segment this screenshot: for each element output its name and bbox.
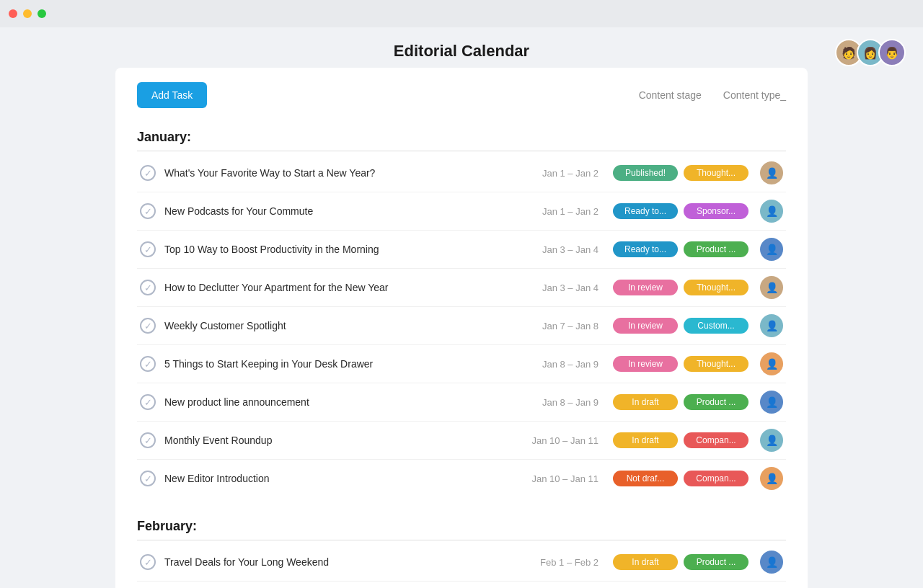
task-date: Jan 1 – Jan 2 [519,168,599,179]
task-name: How to Declutter Your Apartment for the … [164,282,519,293]
task-name: New Podcasts for Your Commute [164,205,519,217]
add-task-button[interactable]: Add Task [137,82,207,108]
task-name: 5 Things to Start Keeping in Your Desk D… [164,358,519,370]
section-header: January: [137,122,786,151]
section: February:✓Travel Deals for Your Long Wee… [137,512,786,588]
avatar[interactable]: 👤 [760,467,783,490]
table-row[interactable]: ✓Weekly Customer SpotlightJan 7 – Jan 8I… [137,307,786,345]
type-badge[interactable]: Product ... [684,394,748,410]
stage-badge[interactable]: In draft [613,432,678,448]
section: January:✓What's Your Favorite Way to Sta… [137,122,786,512]
stage-badge[interactable]: Not draf... [613,471,678,486]
minimize-button[interactable] [23,9,32,18]
avatar[interactable]: 👤 [760,161,783,184]
table-row[interactable]: ✓Monthly Event RoundupJan 10 – Jan 11In … [137,422,786,460]
avatar[interactable]: 👤 [760,429,783,452]
stage-badge[interactable]: Ready to... [613,241,678,257]
stage-badge[interactable]: In review [613,318,678,334]
avatar[interactable]: 👤 [760,238,783,261]
type-badge[interactable]: Sponsor... [684,203,748,219]
check-icon[interactable]: ✓ [140,356,156,372]
table-row[interactable]: ✓Top 10 Way to Boost Productivity in the… [137,231,786,269]
check-icon[interactable]: ✓ [140,554,156,570]
check-icon[interactable]: ✓ [140,318,156,334]
check-icon[interactable]: ✓ [140,241,156,257]
task-date: Jan 7 – Jan 8 [519,321,599,331]
type-badge[interactable]: Custom... [684,318,748,334]
type-badge[interactable]: Thought... [684,280,748,295]
stage-badge[interactable]: In draft [613,394,678,410]
check-icon[interactable]: ✓ [140,471,156,486]
check-icon[interactable]: ✓ [140,280,156,295]
table-row[interactable]: ✓Travel Deals for Your Long WeekendFeb 1… [137,543,786,582]
table-row[interactable]: ✓What's Your Favorite Way to Start a New… [137,154,786,192]
sections-container: January:✓What's Your Favorite Way to Sta… [137,122,786,588]
content-stage-filter[interactable]: Content stage [639,89,702,101]
check-icon[interactable]: ✓ [140,394,156,410]
task-name: Travel Deals for Your Long Weekend [164,556,519,568]
task-date: Jan 8 – Jan 9 [519,397,599,408]
header: Editorial Calendar 🧑 👩 👨 [0,27,923,68]
avatar[interactable]: 👨 [878,39,906,66]
task-date: Jan 10 – Jan 11 [519,473,599,484]
toolbar-filters: Content stage Content type_ [639,89,786,101]
toolbar: Add Task Content stage Content type_ [137,82,786,108]
avatar[interactable]: 👤 [760,314,783,337]
table-row[interactable]: ✓How to Declutter Your Apartment for the… [137,269,786,307]
table-row[interactable]: ✓New product line announcementJan 8 – Ja… [137,383,786,422]
type-badge[interactable]: Product ... [684,554,748,570]
task-name: New product line announcement [164,396,519,408]
avatar[interactable]: 👤 [760,276,783,299]
check-icon[interactable]: ✓ [140,432,156,448]
task-name: Monthly Event Roundup [164,435,519,446]
check-icon[interactable]: ✓ [140,165,156,181]
content-type-filter[interactable]: Content type_ [723,89,786,101]
main-content: Add Task Content stage Content type_ Jan… [115,68,808,588]
stage-badge[interactable]: Ready to... [613,203,678,219]
stage-badge[interactable]: In review [613,356,678,372]
check-icon[interactable]: ✓ [140,203,156,219]
section-header: February: [137,512,786,540]
type-badge[interactable]: Compan... [684,432,748,448]
avatar[interactable]: 👤 [760,200,783,223]
table-row[interactable]: ✓Weekly Customer SpotlightFeb 4 – Feb 5N… [137,582,786,588]
task-list: ✓Travel Deals for Your Long WeekendFeb 1… [137,543,786,588]
stage-badge[interactable]: In review [613,280,678,295]
task-list: ✓What's Your Favorite Way to Start a New… [137,154,786,497]
task-date: Jan 3 – Jan 4 [519,282,599,293]
page-title: Editorial Calendar [0,42,923,61]
avatar[interactable]: 👤 [760,551,783,574]
table-row[interactable]: ✓New Editor IntroductionJan 10 – Jan 11N… [137,460,786,497]
type-badge[interactable]: Thought... [684,165,748,181]
task-date: Jan 10 – Jan 11 [519,435,599,446]
task-date: Jan 3 – Jan 4 [519,244,599,255]
stage-badge[interactable]: Published! [613,165,678,181]
table-row[interactable]: ✓New Podcasts for Your CommuteJan 1 – Ja… [137,192,786,231]
maximize-button[interactable] [37,9,46,18]
task-name: Top 10 Way to Boost Productivity in the … [164,244,519,255]
close-button[interactable] [9,9,17,18]
task-date: Jan 1 – Jan 2 [519,206,599,217]
avatar[interactable]: 👤 [760,352,783,375]
task-name: What's Your Favorite Way to Start a New … [164,167,519,179]
type-badge[interactable]: Compan... [684,471,748,486]
task-date: Feb 1 – Feb 2 [519,557,599,568]
table-row[interactable]: ✓5 Things to Start Keeping in Your Desk … [137,345,786,383]
stage-badge[interactable]: In draft [613,554,678,570]
title-bar [0,0,923,27]
avatar[interactable]: 👤 [760,391,783,414]
app-container: Editorial Calendar 🧑 👩 👨 Add Task Conten… [0,27,923,588]
header-avatars: 🧑 👩 👨 [835,39,906,66]
type-badge[interactable]: Product ... [684,241,748,257]
task-date: Jan 8 – Jan 9 [519,359,599,370]
type-badge[interactable]: Thought... [684,356,748,372]
task-name: Weekly Customer Spotlight [164,320,519,331]
task-name: New Editor Introduction [164,473,519,484]
